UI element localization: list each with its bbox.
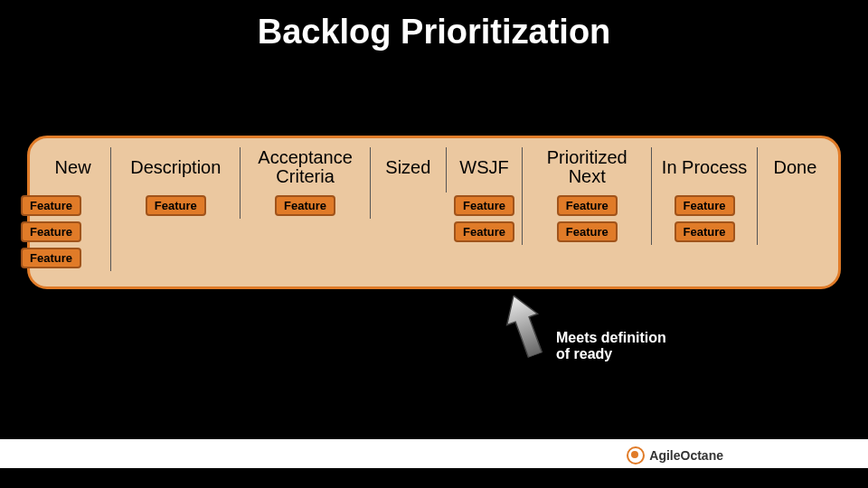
brand-logo: AgileOctane [627,446,723,465]
footer: AgileOctane [0,439,868,488]
column-inprocess: In Process Feature Feature [652,147,757,245]
feature-card[interactable]: Feature [275,195,335,216]
arrow-up-icon [496,289,552,361]
column-header: Prioritized Next [526,147,647,187]
feature-card[interactable]: Feature [557,221,618,242]
feature-card[interactable]: Feature [557,195,618,216]
column-header: Description [130,147,221,187]
feature-card[interactable]: Feature [454,221,514,242]
column-prioritized: Prioritized Next Feature Feature [523,147,652,245]
column-header: Acceptance Criteria [244,147,365,187]
feature-card[interactable]: Feature [454,195,514,216]
feature-card[interactable]: Feature [21,248,81,268]
brand-name: AgileOctane [649,448,723,463]
feature-card[interactable]: Feature [21,221,81,242]
svg-marker-0 [498,290,551,361]
column-description: Description Feature [111,147,241,219]
column-sized: Sized [371,147,447,192]
column-header: New [55,147,91,187]
column-header: WSJF [459,147,508,187]
column-wsjf: WSJF Feature Feature [447,147,523,245]
column-acceptance: Acceptance Criteria Feature [241,147,370,219]
column-new: New Feature Feature Feature [35,147,111,271]
feature-card[interactable]: Feature [21,195,81,216]
column-header: Sized [385,147,430,187]
feature-card[interactable]: Feature [675,195,735,216]
feature-card[interactable]: Feature [675,221,735,242]
kanban-board: New Feature Feature Feature Description … [27,136,841,289]
callout-text: Meets definition of ready [556,330,674,363]
page-title: Backlog Prioritization [0,0,868,52]
column-header: In Process [662,147,747,187]
footer-bar [0,468,868,488]
column-done: Done [758,147,833,192]
feature-card[interactable]: Feature [146,195,206,216]
column-header: Done [773,147,816,187]
logo-mark-icon [627,446,645,465]
